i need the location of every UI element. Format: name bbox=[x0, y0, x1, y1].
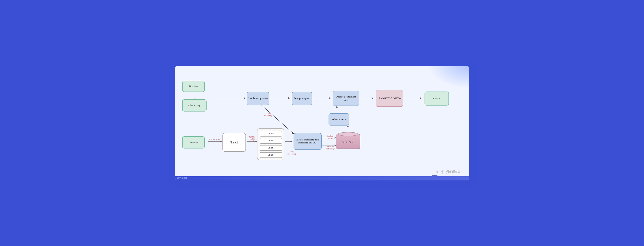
node-chunk-2: Chunk bbox=[260, 138, 282, 144]
label-similarity-search: Similarity search bbox=[324, 135, 336, 139]
node-chunk-3: Chunk bbox=[260, 145, 282, 151]
node-standalone-question: Standalone question bbox=[247, 92, 269, 105]
node-question-plus-docs: Question + Relevant Docs bbox=[333, 91, 359, 106]
node-openai-embedding: OpenAI Embedding (text-embedding-ad a-00… bbox=[294, 133, 322, 150]
node-vector-store: VectorStore bbox=[336, 134, 360, 149]
node-text: Text bbox=[222, 133, 246, 152]
label-store-embeddings: Store the embeddings bbox=[324, 146, 338, 150]
arrows-svg bbox=[175, 66, 469, 180]
node-prompt-template: Prompt template bbox=[292, 92, 312, 105]
label-convert-to-text: Convert to text bbox=[209, 138, 220, 140]
diagram-container: + Question Chat history Standalone quest… bbox=[174, 65, 470, 181]
node-answer: Answer bbox=[424, 92, 449, 106]
node-llm: LLM (GPT-3.5 / GPT-4) bbox=[376, 90, 403, 107]
node-chunk-1: Chunk bbox=[260, 131, 282, 136]
label-split-text: Split the text to chunks bbox=[248, 136, 257, 142]
nav-bar: 迫己已导航网 bbox=[175, 176, 469, 180]
label-create-embeddings-top: Create embeddings bbox=[263, 113, 274, 117]
label-create-embeddings-bottom: create embeddings bbox=[286, 151, 298, 155]
chunks-container: Chunk Chunk Chunk Chunk bbox=[257, 128, 284, 160]
node-question: Question bbox=[182, 81, 205, 92]
node-chunk-4: Chunk bbox=[260, 152, 282, 158]
watermark-text: 知乎 @Dify.AI bbox=[436, 169, 462, 175]
node-document: Document bbox=[182, 136, 205, 148]
node-chat-history: Chat history bbox=[182, 99, 206, 112]
node-relevant-docs: Relevant Docs bbox=[328, 113, 349, 125]
